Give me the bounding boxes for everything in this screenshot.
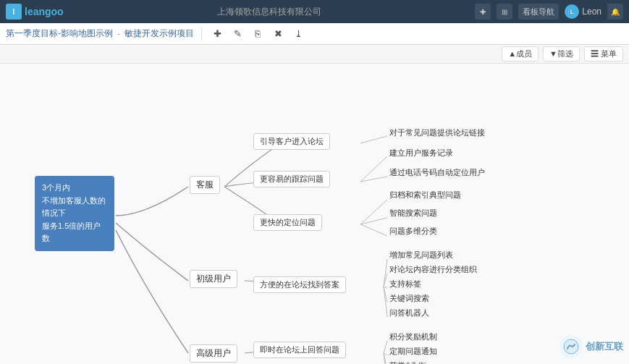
central-node-line3: 服务1.5倍的用户数 <box>42 220 107 245</box>
leaf-3[interactable]: 通过电话号码自动定位用户 <box>389 167 485 178</box>
second-bar: 第一季度目标-影响地图示例 - 敏捷开发示例项目 ✚ ✎ ⎘ ✖ ⤓ <box>0 23 629 45</box>
logo-icon: l <box>6 4 22 20</box>
leaf-13[interactable]: 定期问题通知 <box>389 346 437 357</box>
sub-branch-yindao[interactable]: 引导客户进入论坛 <box>253 133 330 150</box>
leaf-5[interactable]: 智能搜索问题 <box>389 208 437 219</box>
bookmark-nav[interactable]: 看板导航 <box>518 4 559 20</box>
sub-branch-dingwei[interactable]: 更快的定位问题 <box>253 214 322 231</box>
top-bar: l leangoo 上海领歌信息科技有限公司 ✚ ⊞ 看板导航 L Leon 🔔 <box>0 0 629 23</box>
sub-branch-gaoji-answer[interactable]: 即时在论坛上回答问题 <box>253 342 346 358</box>
sub-branch-genzong[interactable]: 更容易的跟踪问题 <box>253 171 330 187</box>
branch-gaoji[interactable]: 高级用户 <box>190 344 237 363</box>
leaf-12[interactable]: 积分奖励机制 <box>389 331 437 342</box>
user-avatar: L <box>565 4 579 19</box>
breadcrumb-subtitle[interactable]: 敏捷开发示例项目 <box>124 27 194 40</box>
edit-btn[interactable]: ✎ <box>229 26 245 42</box>
toolbar-divider-1 <box>201 27 202 41</box>
bookmark-nav-label: 看板导航 <box>523 7 554 17</box>
leaf-9[interactable]: 支持标签 <box>389 279 421 289</box>
leaf-7[interactable]: 增加常见问题列表 <box>389 250 453 261</box>
leaf-6[interactable]: 问题多维分类 <box>389 226 437 237</box>
branch-kefu[interactable]: 客服 <box>190 176 220 194</box>
svg-line-5 <box>360 224 387 236</box>
delete-btn[interactable]: ✖ <box>270 26 286 42</box>
leaf-2[interactable]: 建立用户服务记录 <box>389 148 453 158</box>
central-node-line1: 3个月内 <box>42 182 107 195</box>
svg-line-10 <box>384 287 387 317</box>
user-char: L <box>570 8 574 15</box>
export-btn[interactable]: ⤓ <box>290 26 306 42</box>
watermark: 创新互联 <box>560 335 623 358</box>
menu-btn[interactable]: ☰ 菜单 <box>584 46 623 62</box>
grid-icon[interactable]: ⊞ <box>497 4 512 20</box>
add-node-btn[interactable]: ✚ <box>209 26 225 42</box>
leaf-4[interactable]: 归档和索引典型问题 <box>389 190 461 200</box>
top-bar-right: ✚ ⊞ 看板导航 L Leon 🔔 <box>475 4 623 20</box>
svg-line-0 <box>360 136 387 143</box>
logo-text: leangoo <box>25 6 64 17</box>
sub-branch-chuji-answer[interactable]: 方便的在论坛找到答案 <box>253 276 346 293</box>
leaf-10[interactable]: 关键词搜索 <box>389 293 429 304</box>
user-name: Leon <box>582 7 601 17</box>
leaf-14[interactable]: 荣誉&头衔 <box>389 360 426 364</box>
svg-line-1 <box>360 156 387 182</box>
action-bar: ▲成员 ▼筛选 ☰ 菜单 <box>0 45 629 64</box>
svg-line-2 <box>360 177 387 182</box>
filter-btn[interactable]: ▼筛选 <box>543 46 580 62</box>
app-logo[interactable]: l leangoo <box>6 4 64 20</box>
leaf-8[interactable]: 对论坛内容进行分类组织 <box>389 264 477 275</box>
svg-line-6 <box>384 259 387 287</box>
top-bar-left: l leangoo <box>6 4 64 20</box>
watermark-text: 创新互联 <box>586 340 623 353</box>
add-icon[interactable]: ✚ <box>475 4 491 20</box>
svg-line-3 <box>360 200 387 224</box>
watermark-logo <box>560 335 583 358</box>
bell-icon[interactable]: 🔔 <box>607 4 623 20</box>
leaf-1[interactable]: 对于常见问题提供论坛链接 <box>389 127 485 138</box>
main-canvas: 3个月内 不增加客服人数的情况下 服务1.5倍的用户数 客服 初级用户 高级用户… <box>0 64 629 364</box>
breadcrumb-sep: - <box>117 29 120 39</box>
branch-chuji[interactable]: 初级用户 <box>190 270 237 288</box>
central-node[interactable]: 3个月内 不增加客服人数的情况下 服务1.5倍的用户数 <box>35 176 114 251</box>
breadcrumb-title[interactable]: 第一季度目标-影响地图示例 <box>6 27 113 40</box>
central-node-line2: 不增加客服人数的情况下 <box>42 195 107 220</box>
member-btn[interactable]: ▲成员 <box>502 46 539 62</box>
company-name: 上海领歌信息科技有限公司 <box>217 6 321 18</box>
user-area[interactable]: L Leon <box>565 4 601 19</box>
copy-btn[interactable]: ⎘ <box>250 26 266 42</box>
leaf-11[interactable]: 问答机器人 <box>389 308 429 318</box>
svg-line-11 <box>384 341 387 353</box>
